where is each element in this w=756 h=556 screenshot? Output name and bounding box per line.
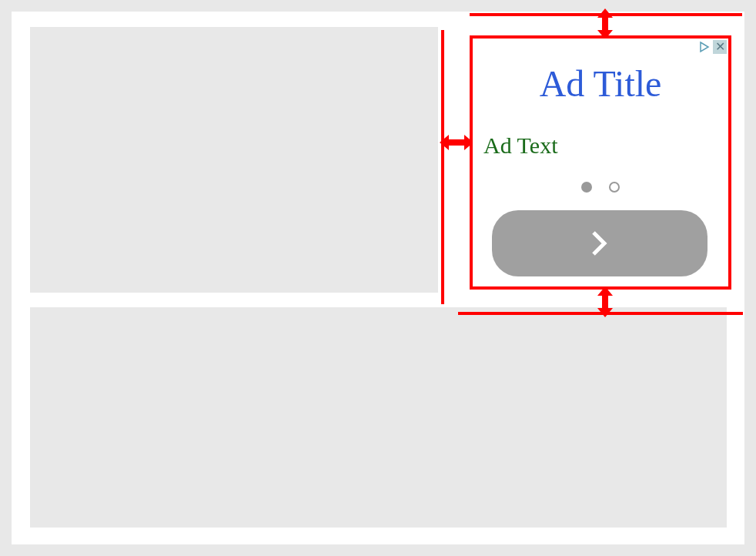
ad-unit: ✕ Ad Title Ad Text — [470, 35, 731, 290]
cta-button[interactable] — [492, 210, 707, 276]
content-placeholder-2 — [30, 307, 727, 528]
ad-body-text: Ad Text — [483, 132, 558, 159]
adchoices-icon[interactable] — [698, 41, 711, 53]
page-container: ✕ Ad Title Ad Text — [12, 12, 744, 544]
close-ad-icon[interactable]: ✕ — [713, 40, 727, 54]
pagination-dot[interactable] — [609, 182, 620, 193]
margin-guide-left — [441, 30, 444, 304]
spacing-arrow-bottom-icon — [591, 285, 619, 319]
pagination-dot[interactable] — [581, 182, 592, 193]
content-placeholder-1 — [30, 27, 438, 293]
pagination-indicator — [473, 182, 728, 193]
ad-title: Ad Title — [473, 62, 728, 105]
ad-controls: ✕ — [698, 39, 728, 54]
chevron-right-icon — [589, 228, 610, 259]
